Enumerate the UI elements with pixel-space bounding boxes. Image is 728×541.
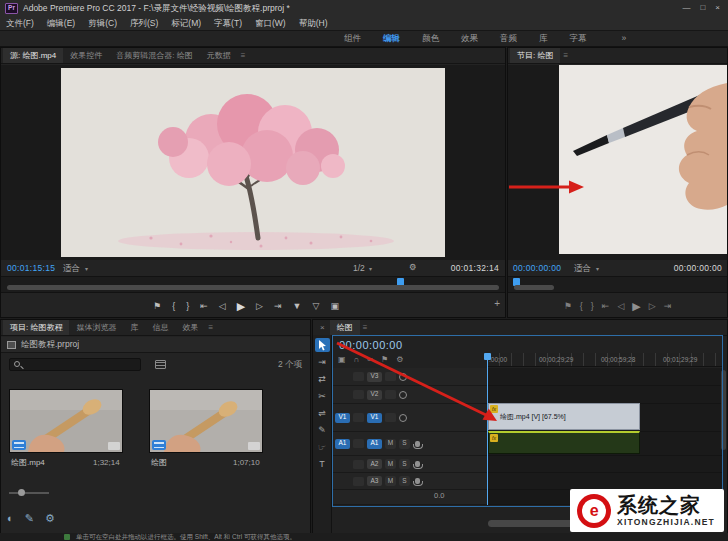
panel-menu-icon[interactable]: ≡ [241,52,246,60]
playhead-line[interactable] [487,353,488,505]
menu-marker[interactable]: 标记(M) [171,19,201,28]
menu-clip[interactable]: 剪辑(C) [88,19,117,28]
panel-menu-icon[interactable]: ≡ [208,324,213,332]
nest-insert-icon[interactable]: ▣ [338,356,346,364]
brush-icon[interactable]: ✎ [25,513,34,524]
selection-tool[interactable] [315,338,330,352]
workspace-tab-assembly[interactable]: 组件 [333,34,372,43]
tab-audio-clip-mixer[interactable]: 音频剪辑混合器: 绘图 [109,48,199,64]
clip-thumbnail-2[interactable] [149,389,263,453]
track-lock-icon[interactable] [353,477,364,486]
sync-lock-icon[interactable] [385,413,396,422]
sync-lock-icon[interactable] [385,390,396,399]
track-content-a3[interactable] [487,473,722,490]
step-back-button[interactable]: ◁ [219,302,226,311]
contrast-icon[interactable]: ◐ [7,513,14,524]
timeline-current-timecode[interactable]: 00:00:00:00 [339,340,403,351]
clip-name-2[interactable]: 绘图 [151,459,167,467]
close-button[interactable]: × [715,4,720,12]
tab-info[interactable]: 信息 [145,320,175,336]
timeline-video-clip[interactable]: fx 绘图.mp4 [V] [67.5%] [488,403,640,430]
voiceover-mic-icon[interactable] [415,478,420,484]
source-patch-v1[interactable]: V1 [335,413,350,423]
workspace-tab-effects[interactable]: 效果 [450,34,489,43]
play-button[interactable]: ▶ [632,301,640,312]
pen-tool[interactable]: ✎ [315,423,330,437]
track-enable-v3[interactable]: V3 [367,372,382,382]
mark-out-button[interactable]: } [591,302,594,311]
export-frame-button[interactable]: ▣ [330,302,339,311]
hand-tool[interactable]: ☞ [315,440,330,454]
mute-button[interactable]: M [385,459,396,469]
track-enable-v1[interactable]: V1 [367,413,382,423]
go-to-in-button[interactable]: ⇤ [200,302,208,311]
thumbnail-zoom-slider[interactable] [9,489,49,497]
track-output-eye-icon[interactable] [399,391,407,399]
track-lock-icon[interactable] [353,460,364,469]
track-lock-icon[interactable] [353,390,364,399]
timeline-settings-icon[interactable]: ⚙ [396,356,403,364]
timeline-audio-clip[interactable]: fx [488,431,640,454]
track-output-eye-icon[interactable] [399,414,407,422]
clip-name-1[interactable]: 绘图.mp4 [11,459,45,467]
panel-menu-icon[interactable]: ≡ [363,324,368,332]
voiceover-mic-icon[interactable] [415,441,420,447]
source-current-timecode[interactable]: 00:01:15:15 [7,264,55,273]
program-zoom-select[interactable]: 适合 [574,264,591,273]
track-lock-icon[interactable] [353,413,364,422]
mark-in-button[interactable]: { [580,302,583,311]
program-current-timecode[interactable]: 00:00:00:00 [513,264,561,273]
track-content-a2[interactable] [487,456,722,473]
menu-sequence[interactable]: 序列(S) [130,19,158,28]
search-input[interactable] [9,358,141,371]
menu-window[interactable]: 窗口(W) [255,19,286,28]
source-zoom-scrollbar[interactable] [7,285,499,290]
workspace-tab-titles[interactable]: 字幕 [559,34,598,43]
minimize-button[interactable]: — [682,4,690,12]
tab-libraries[interactable]: 库 [123,320,145,336]
track-output-eye-icon[interactable] [399,373,407,381]
type-tool[interactable]: T [315,457,330,471]
gear-icon[interactable]: ⚙ [45,513,55,524]
workspace-tab-libraries[interactable]: 库 [528,34,559,43]
ripple-edit-tool[interactable]: ⇄ [315,372,330,386]
program-zoom-scrollbar[interactable] [514,285,554,290]
source-zoom-select[interactable]: 适合 [63,264,80,273]
project-breadcrumb[interactable]: 绘图教程.prproj [1,337,310,353]
tab-media-browser[interactable]: 媒体浏览器 [69,320,123,336]
linked-selection-icon[interactable]: ∞ [367,356,373,364]
workspace-tab-audio[interactable]: 音频 [489,34,528,43]
time-ruler[interactable]: :00;00 00;00;29;29 00;00;59;28 00;01;29;… [487,353,722,367]
program-scrubber[interactable] [508,276,727,293]
tab-program[interactable]: 节目: 绘图 [510,48,560,64]
add-marker-button[interactable]: ⚑ [564,302,572,311]
sync-lock-icon[interactable] [385,372,396,381]
add-marker-icon[interactable]: ⚑ [381,356,388,364]
play-button[interactable]: ▶ [237,301,245,312]
mark-out-button[interactable]: } [186,302,189,311]
step-back-button[interactable]: ◁ [617,302,624,311]
step-forward-button[interactable]: ▷ [256,302,263,311]
go-to-in-button[interactable]: ⇤ [602,302,610,311]
workspace-tab-color[interactable]: 颜色 [411,34,450,43]
track-select-forward-tool[interactable]: ⇥ [315,355,330,369]
source-settings-icon[interactable]: ⚙ [409,263,417,272]
track-content-v3[interactable] [487,368,722,386]
voiceover-mic-icon[interactable] [415,461,420,467]
add-marker-button[interactable]: ⚑ [153,302,161,311]
button-editor-button[interactable]: + [494,299,500,309]
tab-source-clip[interactable]: 源: 绘图.mp4 [3,48,63,64]
menu-title[interactable]: 字幕(T) [214,19,242,28]
slider-knob[interactable] [18,489,25,496]
tab-effects[interactable]: 效果 [175,320,205,336]
slip-tool[interactable]: ⇌ [315,406,330,420]
mute-button[interactable]: M [385,439,396,449]
step-forward-button[interactable]: ▷ [649,302,656,311]
tab-project[interactable]: 项目: 绘图教程 [3,320,69,336]
solo-button[interactable]: S [399,476,410,486]
menu-edit[interactable]: 编辑(E) [47,19,75,28]
tab-sequence[interactable]: 绘图 [330,320,360,336]
track-lock-icon[interactable] [353,439,364,448]
overwrite-button[interactable]: ▽ [313,302,320,311]
track-content-v2[interactable] [487,386,722,404]
